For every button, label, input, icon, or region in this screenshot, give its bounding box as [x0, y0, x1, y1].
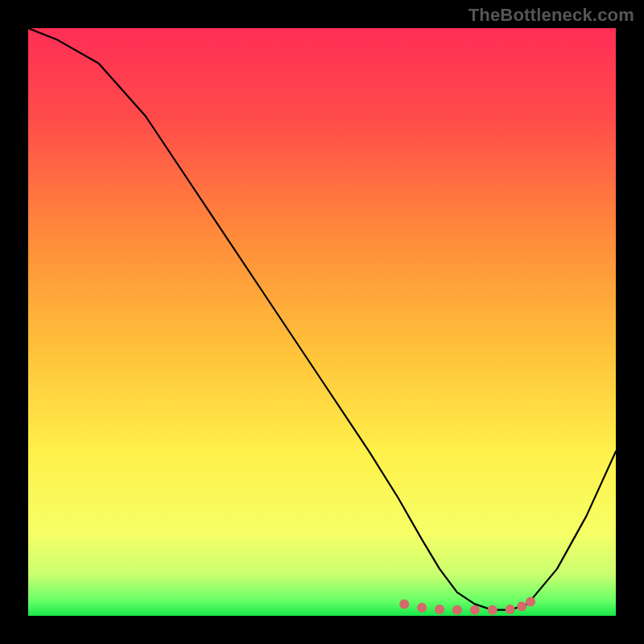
- watermark-text: TheBottleneck.com: [469, 5, 634, 26]
- chart-svg: [28, 28, 616, 616]
- marker-dot: [470, 605, 480, 615]
- plot-area: [28, 28, 616, 616]
- marker-dot: [488, 605, 497, 615]
- marker-dot: [517, 601, 526, 611]
- marker-dot: [506, 605, 515, 614]
- marker-dot: [435, 605, 444, 614]
- marker-dot: [417, 603, 427, 613]
- chart-stage: TheBottleneck.com: [0, 0, 644, 644]
- marker-dot: [452, 605, 462, 615]
- marker-dot: [526, 597, 535, 607]
- marker-dot: [399, 599, 409, 609]
